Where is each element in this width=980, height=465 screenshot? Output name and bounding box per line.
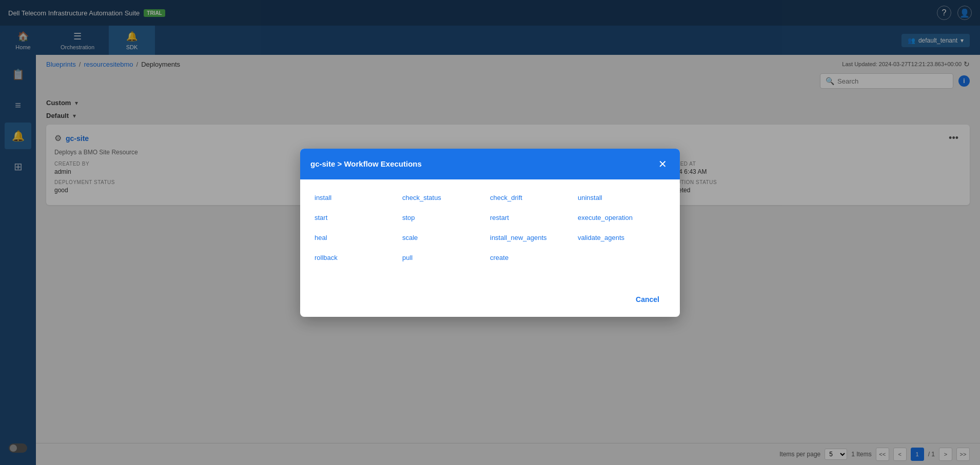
workflow-grid: installcheck_statuscheck_driftuninstalls… — [315, 192, 665, 264]
workflow-item-check_status[interactable]: check_status — [402, 192, 490, 204]
workflow-item-uninstall[interactable]: uninstall — [578, 192, 665, 204]
workflow-item-create[interactable]: create — [490, 252, 578, 264]
cancel-button[interactable]: Cancel — [630, 292, 665, 307]
workflow-item-check_drift[interactable]: check_drift — [490, 192, 578, 204]
workflow-item-install[interactable]: install — [315, 192, 402, 204]
workflow-item-rollback[interactable]: rollback — [315, 252, 402, 264]
modal-close-button[interactable]: ✕ — [655, 157, 670, 171]
modal-header: gc-site > Workflow Executions ✕ — [300, 149, 680, 179]
modal-footer: Cancel — [300, 286, 680, 317]
workflow-item-execute_operation[interactable]: execute_operation — [578, 212, 665, 224]
workflow-modal: gc-site > Workflow Executions ✕ installc… — [300, 149, 680, 317]
workflow-item-install_new_agents[interactable]: install_new_agents — [490, 232, 578, 244]
modal-title: gc-site > Workflow Executions — [310, 159, 422, 168]
modal-body: installcheck_statuscheck_driftuninstalls… — [300, 179, 680, 286]
workflow-item-validate_agents[interactable]: validate_agents — [578, 232, 665, 244]
modal-overlay[interactable]: gc-site > Workflow Executions ✕ installc… — [0, 0, 980, 465]
workflow-item-stop[interactable]: stop — [402, 212, 490, 224]
workflow-item-restart[interactable]: restart — [490, 212, 578, 224]
workflow-item-scale[interactable]: scale — [402, 232, 490, 244]
workflow-item-start[interactable]: start — [315, 212, 402, 224]
workflow-item-pull[interactable]: pull — [402, 252, 490, 264]
workflow-item-heal[interactable]: heal — [315, 232, 402, 244]
